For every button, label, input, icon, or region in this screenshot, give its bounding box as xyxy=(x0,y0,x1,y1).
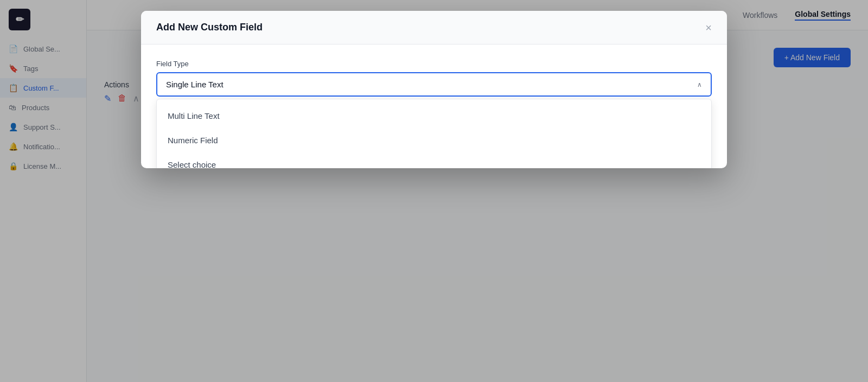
field-type-label: Field Type xyxy=(156,60,712,68)
modal-header: Add New Custom Field × xyxy=(141,11,727,44)
dropdown-item-select-choice[interactable]: Select choice xyxy=(157,152,711,168)
modal-body: Field Type Single Line Text ∧ Multi Line… xyxy=(141,44,727,168)
modal-close-button[interactable]: × xyxy=(705,22,712,33)
modal-overlay[interactable]: Add New Custom Field × Field Type Single… xyxy=(0,0,868,382)
dropdown-menu-inner: Multi Line Text Numeric Field Select cho… xyxy=(157,99,711,168)
dropdown-item-numeric-field[interactable]: Numeric Field xyxy=(157,128,711,152)
dropdown-menu: Multi Line Text Numeric Field Select cho… xyxy=(156,99,712,168)
chevron-up-icon: ∧ xyxy=(697,81,702,88)
field-type-dropdown-container: Single Line Text ∧ Multi Line Text Numer… xyxy=(156,72,712,97)
field-type-dropdown[interactable]: Single Line Text ∧ xyxy=(156,72,712,97)
dropdown-item-multi-line-text[interactable]: Multi Line Text xyxy=(157,104,711,128)
modal-title: Add New Custom Field xyxy=(156,22,263,33)
dropdown-selected-value: Single Line Text xyxy=(166,80,224,89)
modal-dialog: Add New Custom Field × Field Type Single… xyxy=(141,11,727,168)
